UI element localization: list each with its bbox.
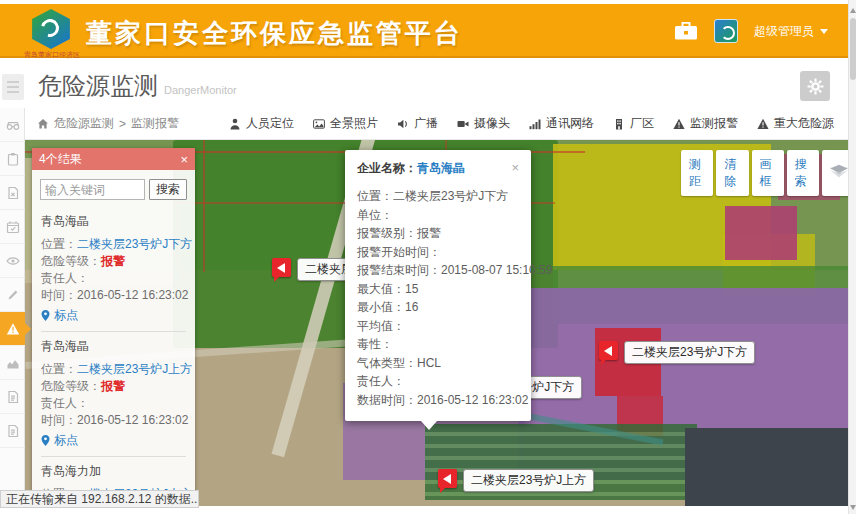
window-bottom-strip — [0, 508, 856, 514]
document-x-icon — [6, 186, 20, 200]
sidebar-item-report[interactable] — [0, 380, 25, 414]
home-icon — [37, 118, 49, 130]
calendar-check-icon — [6, 220, 20, 234]
popup-fields: 位置：二楼夹层23号炉J下方 单位： 报警级别：报警 报警开始时间： 报警结束时… — [357, 187, 519, 409]
breadcrumb-separator: > — [119, 117, 126, 131]
clear-button[interactable]: 清除 — [716, 150, 748, 196]
mark-on-map-link[interactable]: 标点 — [41, 307, 186, 324]
alarm-marker-icon — [438, 469, 457, 488]
panorama-photo-icon — [313, 118, 325, 130]
result-item: 青岛海晶 位置：二楼夹层23号炉J下方 危险等级：报警 责任人： 时间：2016… — [41, 213, 186, 324]
network-signal-icon — [529, 118, 541, 130]
app-header: 青岛董家口经济区 董家口安全环保应急监管平台 超级管理员 — [0, 4, 856, 58]
area-chart-icon — [6, 356, 20, 370]
logo-caption: 青岛董家口经济区 — [22, 50, 82, 60]
map-search-button[interactable]: 搜索 — [787, 150, 819, 196]
toolbar-network[interactable]: 通讯网络 — [529, 115, 594, 132]
sidebar-item-alarm-active[interactable] — [0, 312, 25, 346]
map-gridline-red-2 — [203, 140, 205, 272]
result-company: 青岛海晶 — [41, 213, 186, 230]
gear-icon — [807, 78, 824, 95]
breadcrumb-root[interactable]: 危险源监测 — [54, 115, 114, 132]
toolbar-monitor-alarm[interactable]: 监测报警 — [673, 115, 738, 132]
user-menu[interactable]: 超级管理员 — [754, 23, 828, 40]
results-count: 4个结果 — [39, 151, 82, 168]
enterprise-detail-popup: 企业名称：青岛海晶 × 位置：二楼夹层23号炉J下方 单位： 报警级别：报警 报… — [345, 150, 531, 421]
sidebar-item-glasses[interactable] — [0, 108, 25, 142]
app-logo-icon — [30, 9, 72, 49]
sidebar-item-document-x[interactable] — [0, 176, 25, 210]
user-avatar[interactable] — [714, 19, 738, 43]
toolbar-factory[interactable]: 厂区 — [613, 115, 654, 132]
page-title: 危险源监测DangerMonitor — [38, 70, 237, 102]
sidebar-item-pen[interactable] — [0, 278, 25, 312]
scroll-up-icon[interactable] — [850, 8, 856, 13]
toolbar-person-locate[interactable]: 人员定位 — [229, 115, 294, 132]
map-tools: 测距 清除 画框 搜索 — [681, 150, 856, 196]
toolbar-camera[interactable]: 摄像头 — [457, 115, 510, 132]
app-title: 董家口安全环保应急监管平台 — [86, 16, 463, 51]
results-search-row: 搜索 — [32, 170, 195, 207]
page-scrollbar[interactable] — [848, 0, 856, 514]
sidebar-item-calendar[interactable] — [0, 210, 25, 244]
toolbar-major-hazard[interactable]: 重大危险源 — [757, 115, 834, 132]
layers-icon — [829, 164, 849, 182]
broadcast-icon — [397, 118, 409, 130]
result-company: 青岛海力加 — [41, 463, 186, 480]
page-subtitle: DangerMonitor — [164, 84, 237, 96]
search-button[interactable]: 搜索 — [149, 179, 187, 200]
sidebar-item-report2[interactable] — [0, 414, 25, 448]
marker-label: 二楼夹层23号炉J上方 — [463, 469, 594, 492]
scroll-down-icon[interactable] — [850, 505, 856, 510]
sidebar-item-clipboard[interactable] — [0, 142, 25, 176]
draw-box-button[interactable]: 画框 — [752, 150, 784, 196]
map-pin-icon — [41, 310, 50, 321]
toolbar-broadcast[interactable]: 广播 — [397, 115, 438, 132]
toolbar-panorama[interactable]: 全景照片 — [313, 115, 378, 132]
divider — [41, 331, 186, 332]
warning-icon — [757, 118, 769, 130]
scrollbar-thumb[interactable] — [850, 18, 856, 80]
breadcrumb-current[interactable]: 监测报警 — [131, 115, 179, 132]
popup-title: 企业名称：青岛海晶 — [357, 160, 465, 177]
settings-button[interactable] — [800, 71, 830, 101]
measure-distance-button[interactable]: 测距 — [681, 150, 713, 196]
factory-icon — [613, 118, 625, 130]
sidebar-item-eye[interactable] — [0, 244, 25, 278]
close-icon[interactable]: × — [180, 153, 188, 166]
alarm-marker-icon — [599, 341, 618, 360]
map-zone-crimson-1 — [725, 206, 797, 260]
search-results-panel: 4个结果 × 搜索 青岛海晶 位置：二楼夹层23号炉J下方 危险等级：报警 责任… — [32, 148, 195, 514]
window-top-strip — [0, 0, 856, 4]
results-panel-header: 4个结果 × — [32, 148, 195, 170]
divider — [41, 456, 186, 457]
pen-icon — [6, 288, 20, 302]
warning-icon — [673, 118, 685, 130]
result-company: 青岛海晶 — [41, 338, 186, 355]
sidebar-item-chart[interactable] — [0, 346, 25, 380]
document-icon — [6, 424, 20, 438]
keyword-search-input[interactable] — [40, 179, 145, 200]
map-marker-3[interactable]: 二楼夹层23号炉J下方 — [599, 341, 755, 364]
browser-status-bar: 正在传输来自 192.168.2.12 的数据... — [0, 490, 199, 508]
clipboard-icon — [6, 152, 20, 166]
map-marker-4[interactable]: 二楼夹层23号炉J上方 — [438, 469, 594, 492]
popup-company-name: 青岛海晶 — [417, 161, 465, 175]
map-pin-icon — [41, 435, 50, 446]
map-zone-harbor — [685, 428, 848, 506]
briefcase-icon[interactable] — [674, 21, 698, 41]
breadcrumb: 危险源监测 > 监测报警 — [37, 115, 179, 132]
mark-on-map-link[interactable]: 标点 — [41, 432, 186, 449]
chevron-down-icon — [820, 29, 828, 34]
marker-label: 二楼夹层23号炉J下方 — [624, 341, 755, 364]
alarm-marker-icon — [272, 258, 291, 277]
username: 超级管理员 — [754, 23, 814, 40]
person-locate-icon — [229, 118, 241, 130]
document-icon — [6, 390, 20, 404]
close-icon[interactable]: × — [511, 160, 519, 177]
map-feature-toolbar: 人员定位 全景照片 广播 摄像头 通讯网络 厂区 — [229, 115, 834, 132]
breadcrumb-toolbar-row: 危险源监测 > 监测报警 人员定位 全景照片 广播 摄像头 — [25, 108, 848, 140]
sidebar-toggle-button[interactable] — [2, 74, 24, 100]
app-window: 青岛董家口经济区 董家口安全环保应急监管平台 超级管理员 危险源监测Danger… — [0, 0, 856, 514]
result-item: 青岛海晶 位置：二楼夹层23号炉J上方 危险等级：报警 责任人： 时间：2016… — [41, 338, 186, 449]
